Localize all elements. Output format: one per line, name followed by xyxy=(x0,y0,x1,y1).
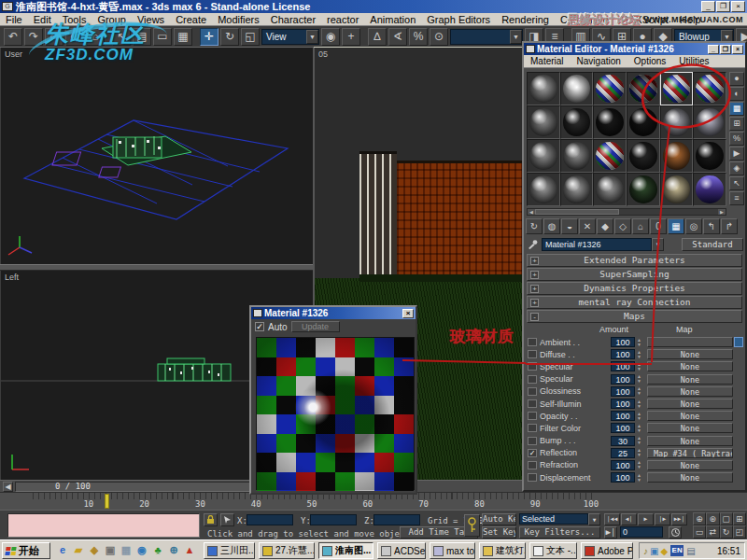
viewport-left-label[interactable]: Left xyxy=(5,273,19,282)
angle-snap-icon[interactable]: ∢ xyxy=(388,28,407,46)
utility-icon[interactable]: ♣ xyxy=(151,543,164,557)
taskbar-task-button[interactable]: 27.许慧... xyxy=(259,542,315,559)
map-amount-spinner[interactable]: ▲▼ xyxy=(635,338,643,347)
set-key-toggle[interactable] xyxy=(464,514,480,537)
material-sample-slot[interactable] xyxy=(693,105,726,139)
named-selection-sets-dropdown-arrow[interactable]: ▼ xyxy=(510,30,522,44)
window-crossing-icon[interactable]: ▦ xyxy=(174,28,192,46)
map-amount-field[interactable]: 100 xyxy=(611,374,635,385)
me-menu-options[interactable]: Options xyxy=(627,56,672,66)
select-and-move-icon[interactable]: ✛ xyxy=(200,28,218,46)
material-sample-slot[interactable] xyxy=(527,72,560,105)
rollout-supersampling[interactable]: SuperSampling+ xyxy=(527,268,742,281)
map-slot-button[interactable]: None xyxy=(647,460,733,470)
scrollbar-thumb[interactable] xyxy=(535,209,619,215)
menu-rendering[interactable]: Rendering xyxy=(496,13,555,26)
preview-title-bar[interactable]: Material #1326 × xyxy=(251,307,416,319)
map-amount-field[interactable]: 30 xyxy=(611,436,635,446)
material-sample-slot[interactable] xyxy=(693,72,726,105)
menu-character[interactable]: Character xyxy=(265,13,321,26)
material-name-dropdown[interactable]: Material #1326▼ xyxy=(542,238,652,251)
selection-lock-toggle[interactable] xyxy=(204,513,218,526)
me-close-button[interactable]: × xyxy=(732,45,743,54)
map-amount-field[interactable]: 100 xyxy=(611,472,635,483)
update-button[interactable]: Update xyxy=(291,321,340,332)
x-coord-field[interactable] xyxy=(247,514,293,525)
map-amount-field[interactable]: 100 xyxy=(611,399,635,409)
map-enable-checkbox[interactable] xyxy=(528,412,537,420)
select-and-scale-icon[interactable]: ◱ xyxy=(241,28,260,46)
rollout-dynamics-properties[interactable]: Dynamics Properties+ xyxy=(527,282,742,295)
material-type-button[interactable]: Standard xyxy=(682,238,743,251)
spinner-snap-icon[interactable]: ⊙ xyxy=(430,28,448,46)
material-sample-slot[interactable] xyxy=(693,173,726,206)
map-amount-spinner[interactable]: ▲▼ xyxy=(635,399,643,409)
map-slot-button[interactable]: None xyxy=(647,436,733,446)
make-material-copy-icon[interactable]: ◆ xyxy=(597,218,613,234)
redo-icon[interactable]: ↷ xyxy=(24,28,43,46)
min-max-toggle-icon[interactable]: ◰ xyxy=(733,525,746,539)
taskbar-task-button[interactable]: 建筑灯... xyxy=(479,542,526,559)
map-enable-checkbox[interactable] xyxy=(528,424,537,432)
image-viewer-icon[interactable]: ▦ xyxy=(120,543,133,557)
map-amount-spinner[interactable]: ▲▼ xyxy=(635,436,643,445)
map-slot-button[interactable]: Map #34 ( Raytrace ) xyxy=(647,448,733,458)
material-sample-slot[interactable] xyxy=(593,72,627,105)
region-zoom-icon[interactable]: ▭ xyxy=(693,525,706,539)
set-key-button[interactable]: Set Key xyxy=(482,526,516,539)
map-slot-button[interactable]: None xyxy=(647,472,733,483)
me-menu-navigation[interactable]: Navigation xyxy=(571,56,627,66)
map-amount-field[interactable]: 100 xyxy=(611,361,635,371)
map-slot-button[interactable]: None xyxy=(647,386,733,397)
absolute-offset-mode-toggle[interactable] xyxy=(220,513,234,526)
me-restore-button[interactable]: ❐ xyxy=(720,45,731,54)
map-amount-field[interactable]: 100 xyxy=(611,349,635,359)
map-amount-field[interactable]: 100 xyxy=(611,411,635,421)
map-enable-checkbox[interactable] xyxy=(528,461,537,469)
use-pivot-center-icon[interactable]: ◉ xyxy=(321,28,340,46)
rollout-mental-ray-connection[interactable]: mental ray Connection+ xyxy=(527,296,742,309)
map-amount-spinner[interactable]: ▲▼ xyxy=(635,448,643,457)
named-selection-sets-dropdown[interactable]: ▼ xyxy=(450,29,523,45)
camera-tool-icon[interactable]: ▣ xyxy=(104,543,117,557)
map-enable-checkbox[interactable] xyxy=(528,375,537,384)
arc-rotate-icon[interactable]: ↻ xyxy=(720,525,733,539)
scheduler-icon[interactable]: ▤ xyxy=(686,546,695,556)
show-end-result-icon[interactable]: ◎ xyxy=(685,218,702,234)
map-enable-checkbox[interactable] xyxy=(528,387,537,396)
zoom-extents-icon[interactable]: ▢ xyxy=(720,512,733,525)
rollout-maps[interactable]: Maps- xyxy=(527,310,742,323)
menu-graph-editors[interactable]: Graph Editors xyxy=(421,13,496,26)
map-amount-spinner[interactable]: ▲▼ xyxy=(635,412,643,421)
go-to-start-button[interactable]: |◀◀ xyxy=(604,513,620,525)
viewport-user-label[interactable]: User xyxy=(5,49,22,59)
make-preview-icon[interactable]: ▶ xyxy=(729,147,744,161)
assign-material-to-selection-icon[interactable]: ◒ xyxy=(561,218,578,234)
material-sample-slot[interactable] xyxy=(527,173,560,206)
map-enable-checkbox[interactable] xyxy=(528,473,537,482)
start-button[interactable]: 开始 xyxy=(2,542,50,559)
ambient-diffuse-lock-toggle[interactable] xyxy=(734,337,743,347)
key-mode-dropdown[interactable]: Selected xyxy=(519,513,588,525)
map-amount-field[interactable]: 100 xyxy=(611,460,635,470)
material-map-navigator-icon[interactable]: ≡ xyxy=(729,191,744,205)
map-slot-button[interactable]: None xyxy=(647,349,733,359)
material-editor-title-bar[interactable]: Material Editor - Material #1326 _ ❐ × xyxy=(524,43,745,55)
sample-type-icon[interactable]: ● xyxy=(729,72,744,86)
map-amount-field[interactable]: 100 xyxy=(611,386,635,397)
map-slot-button[interactable]: None xyxy=(647,361,733,371)
scroll-left-arrow[interactable]: ◀ xyxy=(528,209,535,215)
zoom-extents-all-icon[interactable]: ⊞ xyxy=(733,512,746,525)
pan-icon[interactable]: ⇄ xyxy=(706,525,719,539)
undo-icon[interactable]: ↶ xyxy=(4,28,22,46)
material-sample-slot[interactable] xyxy=(560,105,594,139)
material-name-dropdown-arrow[interactable]: ▼ xyxy=(652,238,664,251)
map-enable-checkbox[interactable] xyxy=(528,437,537,445)
backlight-icon[interactable]: ◐ xyxy=(729,87,744,101)
taskbar-task-button[interactable]: Adobe P... xyxy=(581,542,633,559)
reference-coordinate-dropdown-arrow[interactable]: ▼ xyxy=(306,30,318,44)
material-sample-slot[interactable] xyxy=(627,139,660,173)
y-coord-field[interactable] xyxy=(310,514,357,525)
rollout-extended-parameters[interactable]: Extended Parameters+ xyxy=(527,254,742,267)
map-slot-button[interactable] xyxy=(647,337,733,347)
